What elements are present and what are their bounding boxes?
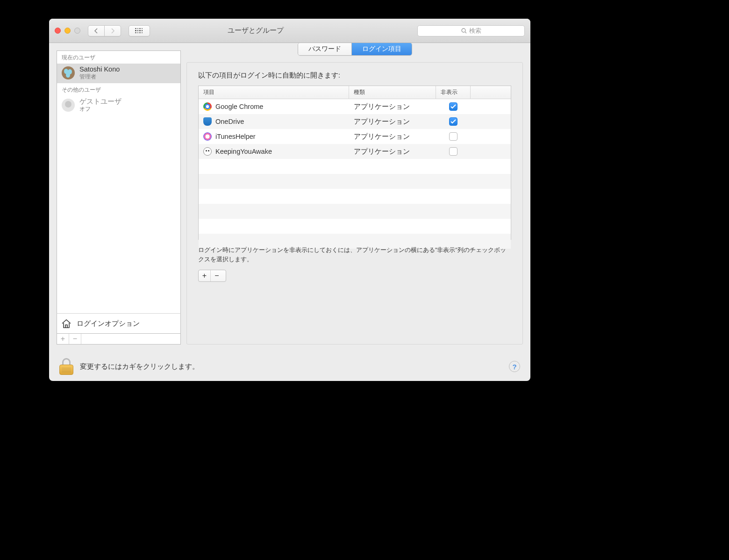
table-row[interactable]: iTunesHelperアプリケーション (199, 129, 511, 144)
table-body: Google ChromeアプリケーションOneDriveアプリケーションiTu… (199, 99, 511, 249)
item-name: KeepingYouAwake (215, 148, 272, 155)
login-items-content: 以下の項目がログイン時に自動的に開きます: 項目 種類 非表示 Google C… (186, 62, 523, 345)
main-panel: パスワード ログイン項目 以下の項目がログイン時に自動的に開きます: 項目 種類… (186, 43, 523, 345)
col-kind[interactable]: 種類 (349, 86, 436, 99)
remove-user-button[interactable]: − (69, 334, 81, 344)
lock-button[interactable] (59, 358, 73, 375)
sidebar: 現在のユーザ Satoshi Kono 管理者 その他のユーザ ゲストユーザ (57, 50, 181, 345)
hide-checkbox[interactable] (449, 117, 457, 126)
awake-icon (203, 147, 212, 156)
table-header: 項目 種類 非表示 (199, 86, 511, 99)
svg-line-1 (465, 32, 466, 33)
help-button[interactable]: ? (509, 361, 520, 372)
user-role: 管理者 (79, 73, 120, 80)
onedrive-icon (203, 117, 212, 126)
tab-password[interactable]: パスワード (298, 43, 352, 55)
table-row-empty (199, 219, 511, 234)
item-kind: アプリケーション (349, 117, 436, 126)
window-controls (55, 28, 80, 34)
user-list: 現在のユーザ Satoshi Kono 管理者 その他のユーザ ゲストユーザ (57, 50, 181, 313)
window-title: ユーザとグループ (99, 26, 413, 35)
item-kind: アプリケーション (349, 132, 436, 141)
login-options-button[interactable]: ログインオプション (57, 313, 181, 333)
avatar (62, 66, 75, 79)
table-row-empty (199, 189, 511, 204)
login-items-table: 項目 種類 非表示 Google ChromeアプリケーションOneDriveア… (198, 86, 511, 240)
footer: 変更するにはカギをクリックします。 ? (49, 352, 530, 381)
itunes-icon (203, 132, 212, 141)
current-user-header: 現在のユーザ (57, 51, 180, 64)
add-user-button[interactable]: + (57, 334, 69, 344)
table-row[interactable]: KeepingYouAwakeアプリケーション (199, 144, 511, 159)
table-row-empty (199, 204, 511, 219)
avatar-guest-icon (62, 99, 75, 112)
user-add-remove-bar: + − (57, 333, 181, 345)
hide-checkbox[interactable] (449, 102, 457, 111)
zoom-button[interactable] (74, 28, 80, 34)
svg-point-0 (462, 29, 465, 32)
search-placeholder: 検索 (469, 27, 481, 35)
item-kind: アプリケーション (349, 147, 436, 156)
hint-label: ログイン時にアプリケーションを非表示にしておくには、アプリケーションの横にある"… (198, 245, 511, 264)
hide-checkbox[interactable] (449, 132, 457, 141)
close-button[interactable] (55, 28, 61, 34)
guest-name: ゲストユーザ (79, 98, 122, 106)
sidebar-user-guest[interactable]: ゲストユーザ オフ (57, 96, 180, 115)
lock-label: 変更するにはカギをクリックします。 (80, 362, 199, 371)
guest-status: オフ (79, 106, 122, 112)
add-item-button[interactable]: + (199, 270, 211, 281)
other-users-header: その他のユーザ (57, 83, 180, 96)
table-row[interactable]: OneDriveアプリケーション (199, 114, 511, 129)
table-row[interactable]: Google Chromeアプリケーション (199, 99, 511, 114)
chevron-left-icon (94, 28, 99, 34)
item-name: Google Chrome (215, 103, 263, 110)
chrome-icon (203, 102, 212, 111)
hide-checkbox[interactable] (449, 147, 457, 156)
search-field[interactable]: 検索 (417, 25, 525, 36)
titlebar: ユーザとグループ 検索 (49, 19, 530, 43)
preferences-window: ユーザとグループ 検索 現在のユーザ Satoshi Kono 管理者 その他の… (49, 19, 530, 381)
col-hide[interactable]: 非表示 (436, 86, 471, 99)
search-icon (461, 28, 467, 34)
table-row-empty (199, 174, 511, 189)
item-name: iTunesHelper (215, 133, 256, 140)
sidebar-user-current[interactable]: Satoshi Kono 管理者 (57, 64, 180, 83)
lock-body-icon (59, 365, 73, 375)
tab-login-items[interactable]: ログイン項目 (352, 43, 412, 55)
user-name: Satoshi Kono (79, 65, 120, 73)
remove-item-button[interactable]: − (211, 270, 223, 281)
tabs: パスワード ログイン項目 (298, 43, 412, 56)
table-row-empty (199, 159, 511, 174)
house-icon (61, 318, 72, 329)
minimize-button[interactable] (64, 28, 71, 34)
item-add-remove-bar: + − (198, 270, 226, 282)
item-name: OneDrive (215, 118, 244, 125)
item-kind: アプリケーション (349, 102, 436, 111)
description-label: 以下の項目がログイン時に自動的に開きます: (198, 71, 511, 80)
login-options-label: ログインオプション (77, 319, 140, 328)
col-item[interactable]: 項目 (199, 86, 349, 99)
